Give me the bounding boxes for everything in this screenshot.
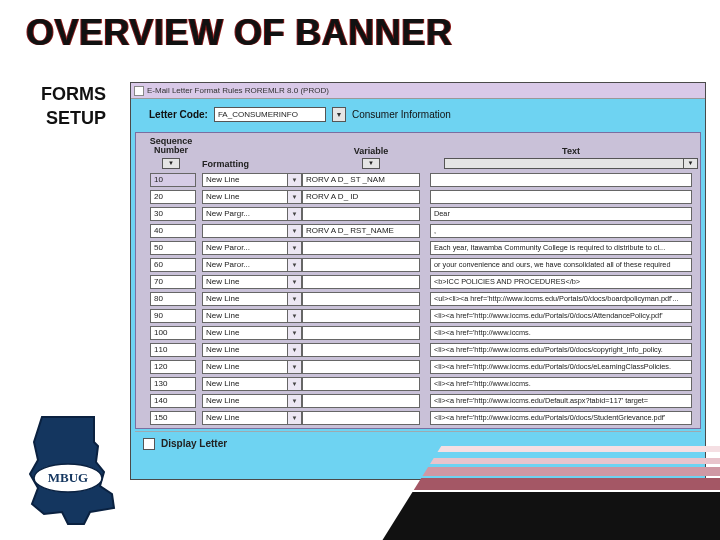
sequence-cell[interactable]: 120 — [150, 360, 196, 374]
text-cell[interactable]: or your convenience and ours, we have co… — [430, 258, 692, 272]
letter-code-input[interactable]: FA_CONSUMERINFO — [214, 107, 326, 122]
variable-cell[interactable] — [302, 258, 420, 272]
table-row: 110New Line<li><a href='http://www.iccms… — [136, 343, 700, 357]
sequence-cell[interactable]: 100 — [150, 326, 196, 340]
slide-title: OVERVIEW OF BANNER — [0, 0, 720, 56]
sequence-cell[interactable]: 30 — [150, 207, 196, 221]
table-row: 70New Line<b>ICC POLICIES AND PROCEDURES… — [136, 275, 700, 289]
formatting-select[interactable]: New Line — [202, 394, 288, 408]
column-header-variable: Variable — [312, 146, 430, 169]
sequence-cell[interactable]: 50 — [150, 241, 196, 255]
table-row: 80New Line<ul><li><a href='http://www.ic… — [136, 292, 700, 306]
text-cell[interactable]: <b>ICC POLICIES AND PROCEDURES</b> — [430, 275, 692, 289]
text-cell[interactable] — [430, 173, 692, 187]
formatting-select[interactable]: New Line — [202, 292, 288, 306]
variable-cell[interactable] — [302, 394, 420, 408]
chevron-down-icon[interactable] — [288, 394, 302, 408]
text-cell[interactable]: <li><a href='http://www.iccms.edu/Portal… — [430, 309, 692, 323]
sequence-cell[interactable]: 110 — [150, 343, 196, 357]
variable-cell[interactable]: RORV A D_ ID — [302, 190, 420, 204]
variable-cell[interactable]: RORV A D_ ST _NAM — [302, 173, 420, 187]
logo-badge-text: MBUG — [48, 470, 88, 485]
chevron-down-icon[interactable] — [288, 190, 302, 204]
formatting-select[interactable]: New Line — [202, 190, 288, 204]
sequence-cell[interactable]: 80 — [150, 292, 196, 306]
chevron-down-icon[interactable] — [288, 411, 302, 425]
sequence-cell[interactable]: 10 — [150, 173, 196, 187]
formatting-select[interactable]: New Line — [202, 411, 288, 425]
table-row: 60New Paror... or your convenience and o… — [136, 258, 700, 272]
mbug-logo: MBUG — [12, 412, 142, 532]
variable-cell[interactable] — [302, 326, 420, 340]
chevron-down-icon[interactable] — [288, 258, 302, 272]
formatting-select[interactable]: New Line — [202, 326, 288, 340]
variable-cell[interactable] — [302, 309, 420, 323]
formatting-select[interactable]: New Line — [202, 173, 288, 187]
formatting-select[interactable]: New Paror... — [202, 258, 288, 272]
variable-cell[interactable] — [302, 343, 420, 357]
chevron-down-icon[interactable] — [288, 241, 302, 255]
formatting-select[interactable] — [202, 224, 288, 238]
display-letter-checkbox[interactable] — [143, 438, 155, 450]
app-titlebar[interactable]: E-Mail Letter Format Rules ROREMLR 8.0 (… — [131, 83, 705, 99]
chevron-down-icon[interactable] — [288, 326, 302, 340]
variable-cell[interactable] — [302, 275, 420, 289]
chevron-down-icon[interactable] — [288, 343, 302, 357]
table-row: 50New Paror...Each year, Itawamba Commun… — [136, 241, 700, 255]
variable-cell[interactable]: RORV A D_ RST_NAME — [302, 224, 420, 238]
letter-code-dropdown-button[interactable] — [332, 107, 346, 122]
variable-cell[interactable] — [302, 377, 420, 391]
formatting-select[interactable]: New Line — [202, 275, 288, 289]
formatting-select[interactable]: New Pargr... — [202, 207, 288, 221]
sequence-cell[interactable]: 130 — [150, 377, 196, 391]
text-cell[interactable]: Dear — [430, 207, 692, 221]
variable-dropdown-icon[interactable] — [362, 158, 380, 169]
column-header-formatting: Formatting — [202, 159, 302, 169]
table-row: 10New LineRORV A D_ ST _NAM — [136, 173, 700, 187]
chevron-down-icon[interactable] — [288, 360, 302, 374]
variable-cell[interactable] — [302, 411, 420, 425]
chevron-down-icon[interactable] — [288, 309, 302, 323]
sequence-cell[interactable]: 70 — [150, 275, 196, 289]
variable-cell[interactable] — [302, 360, 420, 374]
letter-code-row: Letter Code: FA_CONSUMERINFO Consumer In… — [131, 99, 705, 128]
sequence-cell[interactable]: 90 — [150, 309, 196, 323]
variable-cell[interactable] — [302, 207, 420, 221]
sequence-dropdown-icon[interactable] — [162, 158, 180, 169]
text-dropdown-icon[interactable] — [684, 158, 698, 169]
formatting-select[interactable]: New Line — [202, 309, 288, 323]
table-row: 120New Line<li><a href='http://www.iccms… — [136, 360, 700, 374]
variable-cell[interactable] — [302, 292, 420, 306]
sequence-cell[interactable]: 60 — [150, 258, 196, 272]
chevron-down-icon[interactable] — [288, 224, 302, 238]
chevron-down-icon[interactable] — [288, 377, 302, 391]
window-title: E-Mail Letter Format Rules ROREMLR 8.0 (… — [147, 86, 329, 95]
table-row: 30New Pargr...Dear — [136, 207, 700, 221]
text-cell[interactable]: <li><a href='http://www.iccms.edu/Portal… — [430, 360, 692, 374]
text-cell[interactable]: <li><a href='http://www.iccms. — [430, 377, 692, 391]
text-cell[interactable]: , — [430, 224, 692, 238]
text-cell[interactable]: Each year, Itawamba Community College is… — [430, 241, 692, 255]
text-cell[interactable]: <li><a href='http://www.iccms.edu/Portal… — [430, 343, 692, 357]
formatting-select[interactable]: New Line — [202, 377, 288, 391]
sequence-cell[interactable]: 140 — [150, 394, 196, 408]
chevron-down-icon[interactable] — [288, 173, 302, 187]
chevron-down-icon[interactable] — [288, 207, 302, 221]
text-cell[interactable] — [430, 190, 692, 204]
text-cell[interactable]: <li><a href='http://www.iccms. — [430, 326, 692, 340]
window-icon — [134, 86, 144, 96]
sequence-cell[interactable]: 150 — [150, 411, 196, 425]
table-row: 20New LineRORV A D_ ID — [136, 190, 700, 204]
formatting-select[interactable]: New Paror... — [202, 241, 288, 255]
chevron-down-icon[interactable] — [288, 275, 302, 289]
column-header-sequence: Sequence Number — [140, 137, 202, 169]
formatting-select[interactable]: New Line — [202, 343, 288, 357]
sequence-cell[interactable]: 20 — [150, 190, 196, 204]
variable-cell[interactable] — [302, 241, 420, 255]
chevron-down-icon[interactable] — [288, 292, 302, 306]
formatting-select[interactable]: New Line — [202, 360, 288, 374]
text-cell[interactable]: <ul><li><a href='http://www.iccms.edu/Po… — [430, 292, 692, 306]
display-letter-label: Display Letter — [161, 438, 227, 449]
left-label-line1: FORMS — [24, 82, 106, 106]
sequence-cell[interactable]: 40 — [150, 224, 196, 238]
